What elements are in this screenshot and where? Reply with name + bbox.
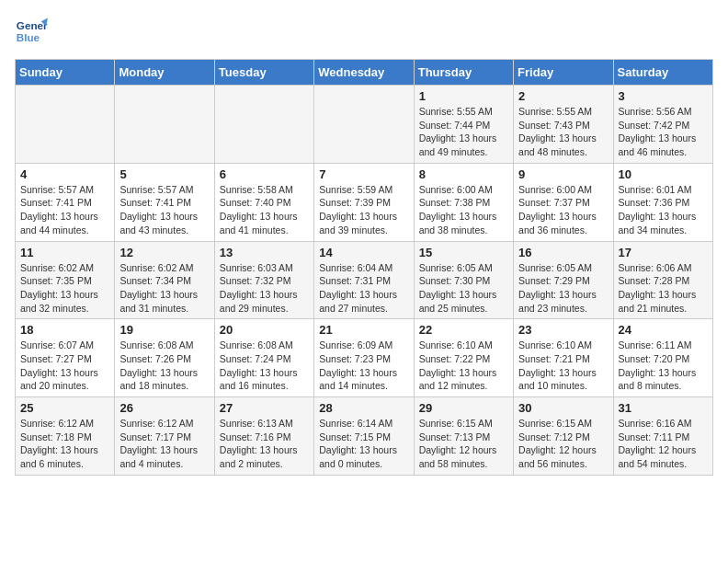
day-number: 23 xyxy=(518,323,608,337)
day-number: 6 xyxy=(220,167,309,181)
col-monday: Monday xyxy=(115,60,214,86)
day-info: Sunrise: 6:15 AM Sunset: 7:13 PM Dayligh… xyxy=(419,417,508,471)
day-info: Sunrise: 6:10 AM Sunset: 7:22 PM Dayligh… xyxy=(419,339,508,393)
calendar-cell: 26Sunrise: 6:12 AM Sunset: 7:17 PM Dayli… xyxy=(115,397,214,476)
calendar-header-row: Sunday Monday Tuesday Wednesday Thursday… xyxy=(16,60,713,86)
calendar-cell: 19Sunrise: 6:08 AM Sunset: 7:26 PM Dayli… xyxy=(115,319,214,397)
logo-icon: General Blue xyxy=(15,15,48,48)
calendar-cell: 8Sunrise: 6:00 AM Sunset: 7:38 PM Daylig… xyxy=(414,163,513,241)
calendar-cell: 1Sunrise: 5:55 AM Sunset: 7:44 PM Daylig… xyxy=(414,86,513,164)
col-wednesday: Wednesday xyxy=(314,60,414,86)
calendar-cell: 25Sunrise: 6:12 AM Sunset: 7:18 PM Dayli… xyxy=(16,397,115,476)
day-number: 26 xyxy=(119,401,209,415)
day-info: Sunrise: 6:05 AM Sunset: 7:30 PM Dayligh… xyxy=(419,261,508,316)
calendar-cell: 20Sunrise: 6:08 AM Sunset: 7:24 PM Dayli… xyxy=(214,319,313,397)
calendar-cell xyxy=(115,86,214,164)
day-number: 11 xyxy=(20,246,109,259)
day-info: Sunrise: 6:04 AM Sunset: 7:31 PM Dayligh… xyxy=(319,261,408,316)
calendar-cell: 9Sunrise: 6:00 AM Sunset: 7:37 PM Daylig… xyxy=(514,163,613,241)
calendar-cell: 24Sunrise: 6:11 AM Sunset: 7:20 PM Dayli… xyxy=(613,319,712,397)
calendar-cell: 17Sunrise: 6:06 AM Sunset: 7:28 PM Dayli… xyxy=(613,241,712,319)
day-number: 4 xyxy=(20,167,109,181)
calendar-cell: 22Sunrise: 6:10 AM Sunset: 7:22 PM Dayli… xyxy=(414,319,513,397)
calendar-cell xyxy=(16,86,115,164)
day-info: Sunrise: 5:56 AM Sunset: 7:42 PM Dayligh… xyxy=(619,105,708,159)
calendar-cell: 31Sunrise: 6:16 AM Sunset: 7:11 PM Dayli… xyxy=(613,397,712,476)
col-sunday: Sunday xyxy=(16,60,115,86)
day-info: Sunrise: 6:00 AM Sunset: 7:37 PM Dayligh… xyxy=(518,183,608,237)
calendar-cell: 27Sunrise: 6:13 AM Sunset: 7:16 PM Dayli… xyxy=(214,397,313,476)
day-info: Sunrise: 6:01 AM Sunset: 7:36 PM Dayligh… xyxy=(619,183,708,237)
calendar-cell: 7Sunrise: 5:59 AM Sunset: 7:39 PM Daylig… xyxy=(314,163,414,241)
day-info: Sunrise: 5:55 AM Sunset: 7:43 PM Dayligh… xyxy=(518,105,608,159)
day-number: 25 xyxy=(20,401,109,415)
day-number: 29 xyxy=(419,401,508,415)
day-number: 31 xyxy=(619,401,708,415)
calendar-cell: 12Sunrise: 6:02 AM Sunset: 7:34 PM Dayli… xyxy=(115,241,214,319)
calendar-row-2: 4Sunrise: 5:57 AM Sunset: 7:41 PM Daylig… xyxy=(16,163,713,241)
day-info: Sunrise: 6:05 AM Sunset: 7:29 PM Dayligh… xyxy=(518,261,608,316)
day-number: 14 xyxy=(319,246,408,259)
calendar-cell: 30Sunrise: 6:15 AM Sunset: 7:12 PM Dayli… xyxy=(514,397,613,476)
day-info: Sunrise: 5:58 AM Sunset: 7:40 PM Dayligh… xyxy=(220,183,309,237)
day-number: 28 xyxy=(319,401,408,415)
calendar-row-5: 25Sunrise: 6:12 AM Sunset: 7:18 PM Dayli… xyxy=(16,397,713,476)
day-info: Sunrise: 5:57 AM Sunset: 7:41 PM Dayligh… xyxy=(20,183,109,237)
calendar-cell: 6Sunrise: 5:58 AM Sunset: 7:40 PM Daylig… xyxy=(214,163,313,241)
day-number: 12 xyxy=(119,246,209,259)
day-info: Sunrise: 6:08 AM Sunset: 7:26 PM Dayligh… xyxy=(119,339,209,393)
day-number: 27 xyxy=(220,401,309,415)
calendar-cell: 28Sunrise: 6:14 AM Sunset: 7:15 PM Dayli… xyxy=(314,397,414,476)
day-info: Sunrise: 5:57 AM Sunset: 7:41 PM Dayligh… xyxy=(119,183,209,237)
col-thursday: Thursday xyxy=(414,60,513,86)
calendar-cell: 29Sunrise: 6:15 AM Sunset: 7:13 PM Dayli… xyxy=(414,397,513,476)
day-info: Sunrise: 5:59 AM Sunset: 7:39 PM Dayligh… xyxy=(319,183,408,237)
day-number: 15 xyxy=(419,246,508,259)
day-info: Sunrise: 6:12 AM Sunset: 7:17 PM Dayligh… xyxy=(119,417,209,471)
day-number: 8 xyxy=(419,167,508,181)
calendar-table: Sunday Monday Tuesday Wednesday Thursday… xyxy=(15,59,713,476)
calendar-cell: 3Sunrise: 5:56 AM Sunset: 7:42 PM Daylig… xyxy=(613,86,712,164)
logo: General Blue xyxy=(15,15,48,48)
calendar-cell: 11Sunrise: 6:02 AM Sunset: 7:35 PM Dayli… xyxy=(16,241,115,319)
day-number: 19 xyxy=(119,323,209,337)
calendar-row-1: 1Sunrise: 5:55 AM Sunset: 7:44 PM Daylig… xyxy=(16,86,713,164)
day-number: 5 xyxy=(119,167,209,181)
day-number: 20 xyxy=(220,323,309,337)
calendar-cell: 15Sunrise: 6:05 AM Sunset: 7:30 PM Dayli… xyxy=(414,241,513,319)
calendar-row-3: 11Sunrise: 6:02 AM Sunset: 7:35 PM Dayli… xyxy=(16,241,713,319)
day-info: Sunrise: 6:09 AM Sunset: 7:23 PM Dayligh… xyxy=(319,339,408,393)
calendar-cell: 5Sunrise: 5:57 AM Sunset: 7:41 PM Daylig… xyxy=(115,163,214,241)
day-info: Sunrise: 6:02 AM Sunset: 7:35 PM Dayligh… xyxy=(20,261,109,316)
calendar-cell: 13Sunrise: 6:03 AM Sunset: 7:32 PM Dayli… xyxy=(214,241,313,319)
day-info: Sunrise: 6:15 AM Sunset: 7:12 PM Dayligh… xyxy=(518,417,608,471)
calendar-cell: 4Sunrise: 5:57 AM Sunset: 7:41 PM Daylig… xyxy=(16,163,115,241)
page-header: General Blue xyxy=(15,15,713,48)
day-number: 30 xyxy=(518,401,608,415)
day-number: 18 xyxy=(20,323,109,337)
day-info: Sunrise: 6:12 AM Sunset: 7:18 PM Dayligh… xyxy=(20,417,109,471)
svg-text:Blue: Blue xyxy=(17,31,40,43)
day-number: 9 xyxy=(518,167,608,181)
calendar-cell xyxy=(314,86,414,164)
day-number: 13 xyxy=(220,246,309,259)
day-number: 24 xyxy=(619,323,708,337)
calendar-cell: 18Sunrise: 6:07 AM Sunset: 7:27 PM Dayli… xyxy=(16,319,115,397)
day-number: 10 xyxy=(619,167,708,181)
day-info: Sunrise: 6:02 AM Sunset: 7:34 PM Dayligh… xyxy=(119,261,209,316)
calendar-cell: 23Sunrise: 6:10 AM Sunset: 7:21 PM Dayli… xyxy=(514,319,613,397)
calendar-cell: 14Sunrise: 6:04 AM Sunset: 7:31 PM Dayli… xyxy=(314,241,414,319)
day-info: Sunrise: 6:07 AM Sunset: 7:27 PM Dayligh… xyxy=(20,339,109,393)
day-info: Sunrise: 6:08 AM Sunset: 7:24 PM Dayligh… xyxy=(220,339,309,393)
calendar-cell: 16Sunrise: 6:05 AM Sunset: 7:29 PM Dayli… xyxy=(514,241,613,319)
calendar-row-4: 18Sunrise: 6:07 AM Sunset: 7:27 PM Dayli… xyxy=(16,319,713,397)
day-info: Sunrise: 6:16 AM Sunset: 7:11 PM Dayligh… xyxy=(619,417,708,471)
day-number: 16 xyxy=(518,246,608,259)
calendar-cell: 2Sunrise: 5:55 AM Sunset: 7:43 PM Daylig… xyxy=(514,86,613,164)
calendar-cell: 21Sunrise: 6:09 AM Sunset: 7:23 PM Dayli… xyxy=(314,319,414,397)
day-info: Sunrise: 6:03 AM Sunset: 7:32 PM Dayligh… xyxy=(220,261,309,316)
day-number: 2 xyxy=(518,89,608,103)
col-saturday: Saturday xyxy=(613,60,712,86)
day-number: 7 xyxy=(319,167,408,181)
calendar-cell xyxy=(214,86,313,164)
